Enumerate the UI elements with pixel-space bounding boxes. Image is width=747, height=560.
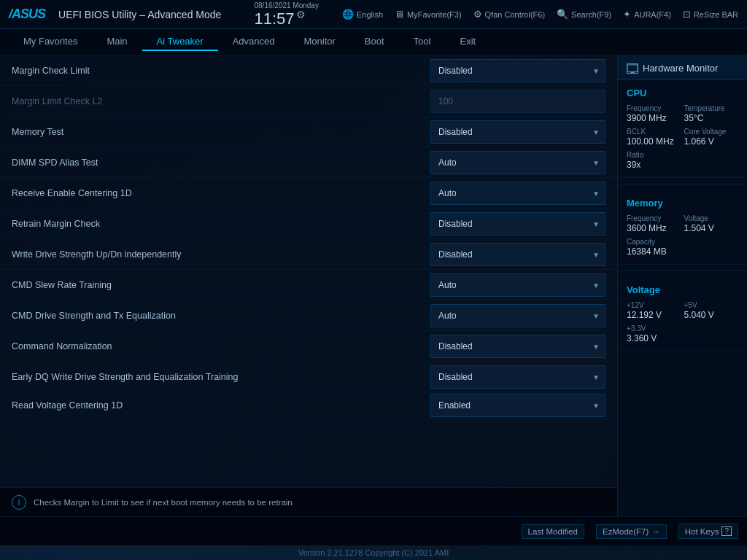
margin-check-limit-select[interactable]: Disabled Enabled [430, 59, 605, 82]
divider-mem-volt [618, 271, 747, 271]
early-dq-select[interactable]: Disabled Enabled [430, 365, 605, 389]
mem-frequency-metric: Frequency 3600 MHz [627, 214, 681, 233]
hot-keys-button[interactable]: Hot Keys ? [678, 524, 738, 539]
mem-voltage-metric: Voltage 1.504 V [684, 214, 739, 233]
receive-enable-control[interactable]: Auto Disabled Enabled [430, 182, 605, 205]
cpu-frequency-value: 3900 MHz [627, 113, 681, 123]
receive-enable-select[interactable]: Auto Disabled Enabled [430, 182, 605, 205]
search-icon: 🔍 [557, 9, 568, 20]
margin-limit-l2-control [430, 90, 605, 113]
write-drive-select[interactable]: Disabled Enabled [430, 243, 605, 266]
tab-tool[interactable]: Tool [399, 33, 446, 51]
language-tool[interactable]: 🌐 English [342, 9, 383, 20]
setting-label: Write Drive Strength Up/Dn independently [12, 249, 430, 260]
table-row: Command Normalization Disabled Enabled [0, 331, 617, 362]
v33-metric: +3.3V 3.360 V [627, 324, 681, 343]
table-row: Margin Check Limit Disabled Enabled [0, 55, 617, 86]
bottom-bar: Last Modified EzMode(F7) → Hot Keys ? [0, 516, 747, 545]
table-row: Memory Test Disabled Enabled [0, 117, 617, 147]
dimm-spd-control[interactable]: Auto Disabled Enabled [430, 151, 605, 174]
memory-section: Memory Frequency 3600 MHz Voltage 1.504 … [618, 190, 747, 265]
bios-title: UEFI BIOS Utility – Advanced Mode [58, 9, 254, 20]
table-row: Receive Enable Centering 1D Auto Disable… [0, 178, 617, 209]
ez-mode-button[interactable]: EzMode(F7) → [596, 524, 667, 539]
header-tools: 08/16/2021 Monday 11:57⚙ 🌐 English 🖥 MyF… [255, 1, 739, 27]
setting-label: Margin Check Limit [12, 66, 430, 76]
version-bar: Version 2.21.1278 Copyright (C) 2021 AMI [0, 545, 747, 560]
command-norm-control[interactable]: Disabled Enabled [430, 335, 605, 358]
voltage-section: Voltage +12V 12.192 V +5V 5.040 V +3.3V … [618, 277, 747, 351]
nav-toolbar: My Favorites Main Ai Tweaker Advanced Mo… [0, 29, 747, 55]
v5-metric: +5V 5.040 V [684, 301, 739, 320]
status-bar: i Checks Margin to Limit to see if next … [0, 487, 617, 516]
gear-icon[interactable]: ⚙ [296, 9, 306, 20]
mem-capacity-value: 16384 MB [627, 246, 681, 257]
tab-my-favorites[interactable]: My Favorites [9, 33, 92, 51]
asus-logo: /ASUS [9, 7, 50, 22]
mem-capacity-label: Capacity [627, 238, 681, 246]
cpu-temp-metric: Temperature 35°C [684, 104, 739, 123]
myfavorite-tool[interactable]: 🖥 MyFavorite(F3) [395, 9, 462, 20]
cpu-bclk-value: 100.00 MHz [627, 136, 681, 147]
cmd-slew-control[interactable]: Auto Disabled Enabled [430, 273, 605, 297]
tab-exit[interactable]: Exit [445, 33, 490, 51]
tab-main[interactable]: Main [92, 33, 142, 51]
tab-boot[interactable]: Boot [350, 33, 399, 51]
settings-list: Margin Check Limit Disabled Enabled Marg… [0, 55, 617, 487]
cpu-metrics: Frequency 3900 MHz Temperature 35°C BCLK… [627, 104, 738, 170]
table-row: Margin Limit Check L2 [0, 86, 617, 117]
cpu-section: CPU Frequency 3900 MHz Temperature 35°C … [618, 80, 747, 178]
fan-icon: ⚙ [473, 9, 482, 20]
table-row: CMD Drive Strength and Tx Equalization A… [0, 300, 617, 331]
v12-label: +12V [627, 301, 681, 309]
header-bar: /ASUS UEFI BIOS Utility – Advanced Mode … [0, 0, 747, 29]
cpu-frequency-metric: Frequency 3900 MHz [627, 104, 681, 123]
write-drive-control[interactable]: Disabled Enabled [430, 243, 605, 266]
ez-mode-label: EzMode(F7) [603, 527, 649, 536]
tab-advanced[interactable]: Advanced [218, 33, 290, 51]
cpu-voltage-metric: Core Voltage 1.066 V [684, 128, 739, 147]
cpu-frequency-label: Frequency [627, 104, 681, 112]
read-voltage-select[interactable]: Enabled Disabled [430, 394, 605, 417]
hw-monitor-icon [627, 63, 638, 74]
margin-check-limit-control[interactable]: Disabled Enabled [430, 59, 605, 82]
hot-keys-label: Hot Keys [685, 527, 719, 536]
cmd-drive-control[interactable]: Auto Disabled Enabled [430, 304, 605, 327]
cpu-section-title: CPU [627, 88, 738, 98]
svg-rect-2 [630, 73, 636, 74]
memory-section-title: Memory [627, 198, 738, 209]
last-modified-button[interactable]: Last Modified [522, 524, 584, 539]
cmd-drive-select[interactable]: Auto Disabled Enabled [430, 304, 605, 327]
status-message: Checks Margin to Limit to see if next bo… [34, 498, 293, 507]
mem-voltage-value: 1.504 V [684, 223, 739, 233]
read-voltage-control[interactable]: Enabled Disabled [430, 394, 605, 417]
nav-items: My Favorites Main Ai Tweaker Advanced Mo… [9, 33, 490, 51]
retrain-margin-select[interactable]: Disabled Enabled [430, 212, 605, 236]
command-norm-select[interactable]: Disabled Enabled [430, 335, 605, 358]
cmd-slew-select[interactable]: Auto Disabled Enabled [430, 273, 605, 297]
cpu-temp-value: 35°C [684, 113, 739, 123]
memory-test-control[interactable]: Disabled Enabled [430, 120, 605, 144]
setting-label: Margin Limit Check L2 [12, 96, 430, 106]
qfan-tool[interactable]: ⚙ Qfan Control(F6) [473, 9, 546, 20]
memory-test-select[interactable]: Disabled Enabled [430, 120, 605, 144]
help-icon: ? [721, 526, 732, 536]
voltage-metrics: +12V 12.192 V +5V 5.040 V +3.3V 3.360 V [627, 301, 738, 343]
resize-bar-tool[interactable]: ⊡ ReSize BAR [683, 9, 738, 20]
search-tool[interactable]: 🔍 Search(F9) [557, 9, 611, 20]
v12-value: 12.192 V [627, 310, 681, 320]
v5-value: 5.040 V [684, 310, 739, 320]
aura-tool[interactable]: ✦ AURA(F4) [623, 9, 671, 20]
tab-ai-tweaker[interactable]: Ai Tweaker [142, 33, 218, 51]
tab-monitor[interactable]: Monitor [290, 33, 350, 51]
cpu-corevoltage-value: 1.066 V [684, 136, 739, 147]
last-modified-label: Last Modified [528, 527, 578, 536]
hardware-monitor-panel: Hardware Monitor CPU Frequency 3900 MHz … [617, 55, 747, 516]
early-dq-control[interactable]: Disabled Enabled [430, 365, 605, 389]
setting-label: DIMM SPD Alias Test [12, 158, 430, 168]
dimm-spd-select[interactable]: Auto Disabled Enabled [430, 151, 605, 174]
retrain-margin-control[interactable]: Disabled Enabled [430, 212, 605, 236]
datetime: 08/16/2021 Monday 11:57⚙ [255, 1, 319, 27]
version-text: Version 2.21.1278 Copyright (C) 2021 AMI [298, 548, 449, 557]
globe-icon: 🌐 [342, 9, 354, 20]
